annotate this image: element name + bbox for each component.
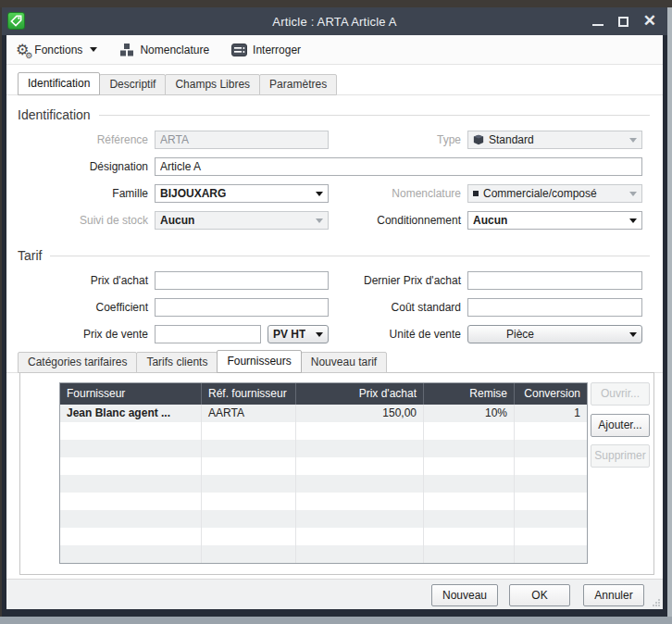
nomenclature-select[interactable]: Commerciale/composé	[467, 184, 642, 203]
nomenclature-button[interactable]: Nomenclature	[119, 44, 209, 56]
table-cell	[60, 545, 202, 563]
table-cell	[515, 422, 587, 440]
table-cell	[202, 493, 296, 510]
table-cell	[296, 475, 424, 493]
subtab-categories-tarifaires[interactable]: Catégories tarifaires	[18, 352, 137, 373]
prix-vente-field[interactable]	[155, 325, 261, 343]
unite-vente-select[interactable]: Pièce	[467, 325, 642, 343]
tab-identification[interactable]: Identification	[18, 72, 100, 95]
tab-parametres[interactable]: Paramètres	[259, 74, 337, 95]
type-value: Standard	[489, 133, 534, 146]
table-cell[interactable]: 150,00	[296, 405, 424, 422]
nouveau-button[interactable]: Nouveau	[431, 584, 498, 606]
ouvrir-button[interactable]: Ouvrir...	[591, 382, 650, 406]
prix-achat-field[interactable]	[155, 271, 329, 290]
prix-vente-unit-select[interactable]: PV HT	[268, 325, 329, 343]
resize-grip[interactable]	[651, 597, 661, 607]
tarif-section-title: Tarif	[18, 248, 650, 263]
table-cell	[424, 440, 515, 457]
subtab-fournisseurs[interactable]: Fournisseurs	[217, 350, 301, 373]
table-cell	[424, 457, 515, 475]
table-cell	[424, 528, 515, 545]
fonctions-menu-button[interactable]: ⚙⚙ Fonctions	[16, 43, 97, 57]
suivi-stock-select[interactable]: Aucun	[155, 211, 329, 230]
dialog-window: Article : ARTA Article A ✕ ⚙⚙ Fonctions …	[2, 7, 667, 617]
dialog-content: ⚙⚙ Fonctions Nomenclature	[6, 35, 663, 609]
table-cell	[296, 457, 424, 475]
tab-champs-libres[interactable]: Champs Libres	[165, 74, 260, 95]
table-row-empty	[60, 440, 587, 457]
footer-bar: Nouveau OK Annuler	[6, 579, 663, 609]
gear-icon: ⚙⚙	[16, 43, 29, 57]
column-header[interactable]: Remise	[424, 383, 515, 405]
nomenclature-field-label: Nomenclature	[329, 187, 467, 200]
table-row-empty	[60, 493, 587, 510]
supprimer-button[interactable]: Supprimer	[591, 444, 650, 468]
tarif-sub-tab-bar: Catégories tarifaires Tarifs clients Fou…	[6, 352, 663, 373]
background-strip-right	[667, 7, 672, 617]
interroger-button[interactable]: Interroger	[231, 44, 301, 56]
tarif-section: Tarif Prix d'achat Dernier Prix d'achat …	[18, 248, 650, 343]
table-row-supplier[interactable]: Jean Blanc agent ...AARTA150,0010%1	[60, 405, 587, 422]
table-cell	[515, 510, 587, 528]
table-cell[interactable]: 1	[515, 405, 587, 422]
column-header[interactable]: Fournisseur	[60, 383, 202, 405]
ajouter-button[interactable]: Ajouter...	[591, 414, 650, 437]
square-bullet-icon	[473, 191, 479, 196]
table-cell[interactable]: 10%	[424, 405, 515, 422]
cout-standard-field[interactable]	[467, 298, 642, 317]
type-label: Type	[329, 133, 467, 146]
designation-field[interactable]	[155, 157, 642, 176]
table-row-empty	[60, 475, 587, 493]
ok-button[interactable]: OK	[509, 584, 570, 606]
table-row-empty	[60, 528, 587, 545]
reference-label: Référence	[18, 133, 155, 146]
prix-vente-label: Prix de vente	[18, 328, 155, 341]
subtab-nouveau-tarif[interactable]: Nouveau tarif	[301, 352, 387, 373]
table-cell	[296, 510, 424, 528]
app-tag-icon[interactable]	[7, 12, 25, 30]
column-header[interactable]: Prix d'achat	[296, 383, 424, 405]
table-cell	[424, 510, 515, 528]
subtab-tarifs-clients[interactable]: Tarifs clients	[136, 352, 218, 373]
famille-select[interactable]: BIJOUXARG	[155, 184, 329, 203]
window-title: Article : ARTA Article A	[2, 15, 667, 29]
reference-field[interactable]	[155, 131, 329, 149]
table-cell	[296, 545, 424, 563]
coefficient-field[interactable]	[155, 298, 329, 317]
famille-label: Famille	[18, 187, 155, 200]
table-cell	[424, 422, 515, 440]
cube-icon	[473, 134, 484, 145]
tab-descriptif[interactable]: Descriptif	[99, 74, 166, 95]
close-button[interactable]: ✕	[643, 13, 656, 29]
column-header[interactable]: Réf. fournisseur	[202, 383, 296, 405]
cout-standard-label: Coût standard	[329, 301, 467, 314]
dernier-prix-field[interactable]	[467, 271, 642, 290]
column-header[interactable]: Conversion	[515, 383, 587, 405]
table-cell	[60, 528, 202, 545]
prix-vente-unit-value: PV HT	[273, 328, 305, 341]
identification-section-title: Identification	[18, 107, 650, 122]
chevron-down-icon	[90, 47, 97, 52]
table-cell[interactable]: AARTA	[202, 405, 296, 422]
fournisseurs-panel: FournisseurRéf. fournisseurPrix d'achatR…	[19, 372, 654, 575]
annuler-button[interactable]: Annuler	[583, 584, 644, 606]
table-cell	[202, 440, 296, 457]
table-cell	[60, 510, 202, 528]
table-cell[interactable]: Jean Blanc agent ...	[60, 405, 202, 422]
maximize-button[interactable]	[618, 17, 628, 27]
dropdown-arrow-icon	[316, 192, 323, 196]
type-select[interactable]: Standard	[467, 131, 642, 149]
dropdown-arrow-icon	[629, 192, 637, 196]
table-cell	[424, 493, 515, 510]
table-cell	[202, 545, 296, 563]
conditionnement-select[interactable]: Aucun	[467, 211, 642, 230]
table-cell	[60, 475, 202, 493]
fonctions-label: Fonctions	[34, 44, 82, 56]
table-cell	[202, 457, 296, 475]
table-cell	[296, 528, 424, 545]
table-cell	[296, 422, 424, 440]
minimize-button[interactable]	[592, 24, 604, 26]
table-cell	[202, 475, 296, 493]
dropdown-arrow-icon	[316, 332, 323, 337]
